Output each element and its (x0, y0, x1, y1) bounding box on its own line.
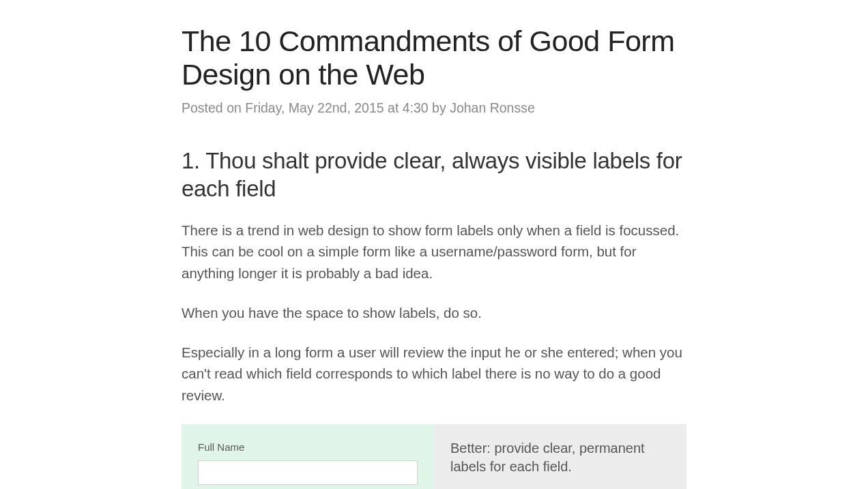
body-paragraph: When you have the space to show labels, … (182, 302, 686, 324)
example-form-panel: Full Name E-mail address (182, 424, 434, 489)
section-heading: 1. Thou shalt provide clear, always visi… (182, 147, 686, 203)
body-paragraph: Especially in a long form a user will re… (182, 342, 686, 406)
post-meta: Posted on Friday, May 22nd, 2015 at 4:30… (182, 98, 686, 118)
fullname-input[interactable] (198, 460, 418, 485)
body-paragraph: There is a trend in web design to show f… (182, 220, 686, 284)
page-title: The 10 Commandments of Good Form Design … (182, 25, 686, 92)
article-container: The 10 Commandments of Good Form Design … (182, 0, 686, 489)
field-label-fullname: Full Name (198, 439, 418, 455)
example-caption: Better: provide clear, permanent labels … (450, 439, 670, 476)
example-row: Full Name E-mail address Better: provide… (182, 424, 686, 489)
example-caption-panel: Better: provide clear, permanent labels … (434, 424, 686, 489)
